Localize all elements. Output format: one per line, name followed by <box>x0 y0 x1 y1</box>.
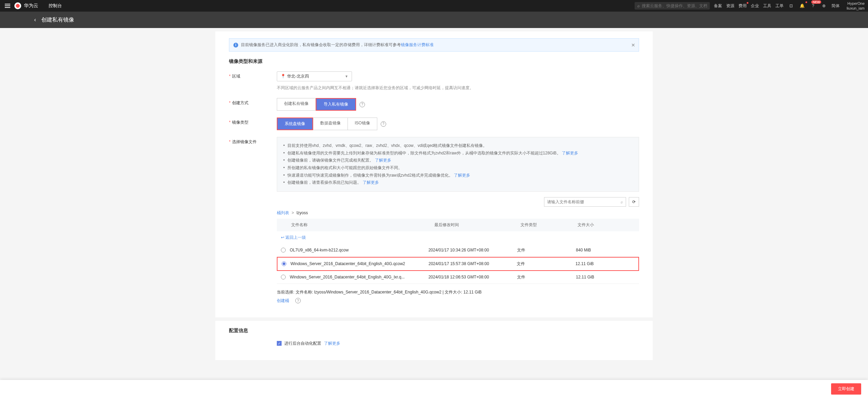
info-list-item: 目前支持使用vhd、zvhd、vmdk、qcow2、raw、zvhd2、vhdx… <box>283 142 633 150</box>
cell-size: 12.11 GiB <box>575 261 634 266</box>
info-list-item: 创建私有镜像使用的文件需要先上传到对象存储为标准类型的桶中，除文件格式为zvhd… <box>283 150 633 157</box>
banner-link[interactable]: 镜像服务计费标准 <box>401 42 434 47</box>
breadcrumb-root[interactable]: 桶列表 <box>277 210 289 215</box>
back-link[interactable]: 返回上一级 <box>281 235 306 240</box>
file-search-input[interactable]: ⌕ <box>544 197 626 207</box>
cell-time: 2024/01/17 15:57:38 GMT+08:00 <box>429 261 517 266</box>
col-header-type: 文件类型 <box>520 222 578 228</box>
info-list-item: 创建镜像前，请查看操作系统已知问题。 了解更多 <box>283 179 633 187</box>
nav-resource[interactable]: 资源 <box>726 3 734 9</box>
chevron-down-icon: ▼ <box>345 74 348 78</box>
search-icon: ⌕ <box>637 3 640 8</box>
tab-create-private[interactable]: 创建私有镜像 <box>277 98 316 111</box>
help-icon[interactable]: ? <box>360 102 365 107</box>
user-section[interactable]: HyperOne liuxun_iam <box>846 1 865 11</box>
help-icon[interactable]: ? <box>295 298 301 303</box>
radio-button[interactable] <box>281 275 286 279</box>
logo-section[interactable]: 华为云 <box>14 2 38 9</box>
learn-more-link[interactable]: 了解更多 <box>375 158 391 163</box>
back-icon[interactable]: ‹ <box>34 17 36 23</box>
info-banner: i 目前镜像服务已进入商业化阶段，私有镜像会收取一定的存储费用，详细计费标准可参… <box>229 38 639 52</box>
help-icon[interactable]: ?NEW <box>810 2 816 9</box>
file-info-box: 目前支持使用vhd、zvhd、vmdk、qcow2、raw、zvhd2、vhdx… <box>277 137 639 192</box>
info-list-item: 所创建的私有镜像的格式和大小可能跟您的原始镜像文件不同。 <box>283 164 633 172</box>
cell-time: 2024/01/18 12:06:53 GMT+08:00 <box>429 275 517 279</box>
select-file-label: 选择镜像文件 <box>229 137 277 304</box>
tab-iso[interactable]: ISO镜像 <box>348 118 377 130</box>
info-list-item: 创建镜像前，请确保镜像文件已完成相关配置。 了解更多 <box>283 157 633 164</box>
radio-button[interactable] <box>282 261 286 266</box>
search-icon[interactable]: ⌕ <box>621 200 623 204</box>
cell-type: 文件 <box>517 261 575 267</box>
info-list-item: 快速通道功能可快速完成镜像制作，但镜像文件需转换为raw或zvhd2格式并完成镜… <box>283 172 633 179</box>
console-label[interactable]: 控制台 <box>49 3 62 9</box>
tab-data-disk[interactable]: 数据盘镜像 <box>313 118 348 130</box>
create-method-label: 创建方式 <box>229 98 277 111</box>
search-input[interactable] <box>642 3 707 8</box>
cell-type: 文件 <box>517 247 576 253</box>
close-icon[interactable]: ✕ <box>631 42 635 48</box>
nav-enterprise[interactable]: 企业 <box>751 3 759 9</box>
learn-more-link[interactable]: 了解更多 <box>363 180 379 185</box>
page-title: 创建私有镜像 <box>41 16 74 24</box>
auto-config-link[interactable]: 了解更多 <box>324 341 340 346</box>
radio-button[interactable] <box>281 248 286 252</box>
cell-name: OL7U9_x86_64-kvm-b212.qcow <box>290 248 429 252</box>
col-header-size: 文件大小 <box>578 222 635 228</box>
table-row[interactable]: OL7U9_x86_64-kvm-b212.qcow2024/01/17 10:… <box>277 244 639 257</box>
user-name: HyperOne <box>846 1 865 6</box>
col-header-time: 最后修改时间 <box>434 222 520 228</box>
global-search[interactable]: ⌕ <box>635 2 710 10</box>
globe-icon[interactable]: ⊕ <box>820 2 827 9</box>
section-title-2: 配置信息 <box>229 328 639 334</box>
nav-beian[interactable]: 备案 <box>714 3 722 9</box>
cell-name: Windows_Server_2016_Datacenter_64bit_Eng… <box>290 261 429 266</box>
table-row[interactable]: Windows_Server_2016_Datacenter_64bit_Eng… <box>277 257 639 271</box>
auto-config-checkbox[interactable]: ✓ <box>277 341 282 346</box>
cell-time: 2024/01/17 10:34:26 GMT+08:00 <box>429 248 517 252</box>
breadcrumb-current: lzyoss <box>297 210 308 215</box>
pin-icon: 📍 <box>281 74 286 79</box>
breadcrumb: 桶列表 > lzyoss <box>277 210 639 216</box>
sub-header: ‹ 创建私有镜像 <box>0 12 868 28</box>
cell-size: 840 MiB <box>576 248 635 252</box>
learn-more-link[interactable]: 了解更多 <box>562 151 578 155</box>
menu-icon[interactable] <box>3 2 12 10</box>
section-title-1: 镜像类型和来源 <box>229 58 639 65</box>
region-hint: 不同区域的云服务产品之间内网互不相通；请就近选择靠近您业务的区域，可减少网络时延… <box>277 85 639 91</box>
terminal-icon[interactable]: ⊡ <box>788 2 795 9</box>
help-icon[interactable]: ? <box>381 121 386 127</box>
refresh-button[interactable]: ⟳ <box>629 197 639 207</box>
brand-name: 华为云 <box>24 3 38 9</box>
top-header: 华为云 控制台 ⌕ 备案 资源 费用 企业 工具 工单 ⊡ 🔔 ?NEW ⊕ 简… <box>0 0 868 12</box>
nav-ticket[interactable]: 工单 <box>775 3 784 9</box>
cell-name: Windows_Server_2016_Datacenter_64bit_Eng… <box>290 275 429 279</box>
region-label: 区域 <box>229 71 277 91</box>
info-icon: i <box>233 43 238 47</box>
user-account: liuxun_iam <box>846 6 865 11</box>
cell-type: 文件 <box>517 274 576 280</box>
tab-import-private[interactable]: 导入私有镜像 <box>316 99 355 110</box>
nav-tools[interactable]: 工具 <box>763 3 771 9</box>
auto-config-label: 进行后台自动化配置 <box>284 341 321 346</box>
col-header-name: 文件名称 <box>281 222 434 228</box>
image-type-label: 镜像类型 <box>229 118 277 130</box>
tab-system-disk[interactable]: 系统盘镜像 <box>277 118 312 129</box>
region-dropdown[interactable]: 📍华北-北京四 ▼ <box>277 71 352 81</box>
create-bucket-link[interactable]: 创建桶 <box>277 298 289 304</box>
refresh-icon: ⟳ <box>632 200 636 204</box>
table-row[interactable]: Windows_Server_2016_Datacenter_64bit_Eng… <box>277 271 639 284</box>
banner-text: 目前镜像服务已进入商业化阶段，私有镜像会收取一定的存储费用，详细计费标准可参考镜… <box>241 42 434 48</box>
bell-icon[interactable]: 🔔 <box>799 2 805 9</box>
learn-more-link[interactable]: 了解更多 <box>454 173 470 178</box>
nav-fee[interactable]: 费用 <box>738 3 747 9</box>
selection-text: 当前选择: 文件名称: lzyoss/Windows_Server_2016_D… <box>277 289 639 295</box>
lang-switch[interactable]: 简体 <box>831 3 840 9</box>
cell-size: 12.11 GiB <box>576 275 635 279</box>
huawei-logo-icon <box>14 2 21 9</box>
file-table: 文件名称 最后修改时间 文件类型 文件大小 返回上一级 OL7U9_x86_64… <box>277 219 639 284</box>
